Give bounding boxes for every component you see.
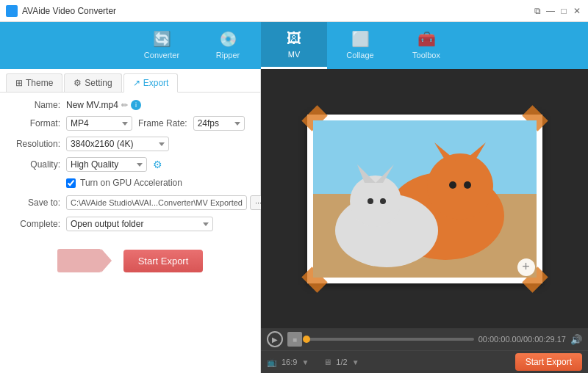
framerate-label: Frame Rate: (138, 118, 187, 128)
format-row: Format: MP4 MKV AVI MOV Frame Rate: 24fp… (9, 116, 251, 131)
minimize-btn[interactable]: — (545, 6, 556, 16)
nav-bar: 🔄 Converter 💿 Ripper 🖼 MV ⬜ Collage 🧰 To… (0, 22, 588, 69)
name-row: Name: New MV.mp4 ✏ i (9, 100, 251, 110)
saveto-row: Save to: C:\AVAide Studio\AVAI...Convert… (9, 194, 251, 211)
resolution-row: Resolution: 3840x2160 (4K) 1920x1080 (FH… (9, 137, 251, 151)
restore-btn[interactable]: ⧉ (532, 6, 542, 16)
info-icon[interactable]: i (131, 100, 141, 110)
svg-point-13 (380, 198, 386, 204)
screen-label: 1/2 (336, 358, 347, 366)
nav-toolbox[interactable]: 🧰 Toolbox (393, 22, 459, 69)
monitor-icon: 🖥 (323, 358, 331, 366)
app-icon (6, 5, 18, 17)
volume-icon[interactable]: 🔊 (570, 334, 582, 345)
tab-theme[interactable]: ⊞ Theme (6, 73, 62, 92)
ripper-icon: 💿 (219, 30, 237, 48)
preview-image (313, 120, 537, 278)
quality-label: Quality: (9, 159, 60, 170)
window-controls[interactable]: ⧉ — □ ✕ (532, 6, 582, 16)
nav-converter[interactable]: 🔄 Converter (129, 22, 195, 69)
progress-bar[interactable] (306, 338, 474, 341)
saveto-controls: C:\AVAide Studio\AVAI...Converter\MV Exp… (66, 194, 292, 211)
quality-select[interactable]: High Quality Normal Low Quality (66, 157, 147, 172)
video-preview: + (261, 69, 588, 328)
time-display: 00:00:00.00/00:00:29.17 (478, 335, 566, 344)
nav-toolbox-label: Toolbox (412, 51, 440, 59)
collage-icon: ⬜ (351, 30, 370, 48)
complete-label: Complete: (9, 219, 60, 229)
maximize-btn[interactable]: □ (559, 6, 569, 16)
progress-dot (303, 336, 310, 343)
complete-select[interactable]: Open output folder Do nothing Shut down (66, 217, 213, 231)
left-panel: ⊞ Theme ⚙ Setting ↗ Export Name: New MV.… (0, 69, 261, 373)
preview-svg (313, 120, 537, 278)
edit-name-icon[interactable]: ✏ (121, 101, 128, 110)
name-label: Name: (9, 100, 60, 110)
start-export-right-button[interactable]: Start Export (515, 353, 582, 371)
ratio-label: 16:9 (282, 358, 297, 366)
export-tab-icon: ↗ (133, 78, 140, 88)
name-value: New MV.mp4 (66, 100, 118, 110)
nav-mv[interactable]: 🖼 MV (261, 22, 327, 69)
nav-converter-label: Converter (144, 51, 179, 59)
start-export-area: Start Export (9, 237, 251, 278)
playback-bar: ▶ ■ 00:00:00.00/00:00:29.17 🔊 (261, 328, 588, 350)
stop-button[interactable]: ■ (287, 332, 302, 347)
mv-icon: 🖼 (287, 30, 301, 47)
tab-export[interactable]: ↗ Export (123, 73, 179, 93)
nav-ripper[interactable]: 💿 Ripper (195, 22, 261, 69)
saveto-label: Save to: (9, 198, 60, 208)
gpu-label: Turn on GPU Acceleration (80, 178, 182, 188)
toolbox-icon: 🧰 (417, 30, 436, 48)
play-button[interactable]: ▶ (267, 331, 283, 347)
nav-collage[interactable]: ⬜ Collage (327, 22, 393, 69)
saveto-path: C:\AVAide Studio\AVAI...Converter\MV Exp… (66, 195, 247, 210)
format-label: Format: (9, 118, 60, 128)
title-bar: AVAide Video Converter ⧉ — □ ✕ (0, 0, 588, 22)
svg-point-9 (350, 175, 401, 227)
photo-frame: + (307, 115, 542, 283)
export-tab-label: Export (143, 78, 169, 88)
svg-point-3 (427, 153, 493, 220)
complete-row: Complete: Open output folder Do nothing … (9, 217, 251, 231)
resolution-select[interactable]: 3840x2160 (4K) 1920x1080 (FHD) 1280x720 … (66, 137, 169, 151)
tab-bar: ⊞ Theme ⚙ Setting ↗ Export (0, 69, 260, 93)
framerate-select[interactable]: 24fps 30fps 60fps (193, 116, 245, 131)
svg-point-12 (368, 198, 373, 204)
theme-tab-label: Theme (26, 78, 53, 88)
resolution-label: Resolution: (9, 139, 60, 149)
nav-ripper-label: Ripper (216, 51, 240, 59)
quality-gear-icon[interactable]: ⚙ (153, 159, 162, 170)
add-overlay-btn[interactable]: + (517, 258, 535, 276)
right-panel: + ▶ ■ 00:00:00.00/00:00:29.17 🔊 📺 16:9 ▼… (261, 69, 588, 373)
settings-form: Name: New MV.mp4 ✏ i Format: MP4 MKV AVI… (0, 93, 260, 373)
screen-arrow[interactable]: ▼ (352, 358, 359, 366)
nav-collage-label: Collage (346, 51, 373, 59)
close-btn[interactable]: ✕ (572, 6, 582, 16)
main-layout: ⊞ Theme ⚙ Setting ↗ Export Name: New MV.… (0, 69, 588, 373)
theme-tab-icon: ⊞ (15, 78, 23, 88)
svg-point-6 (449, 181, 456, 189)
screen-icon: 📺 (267, 358, 277, 367)
tab-setting[interactable]: ⚙ Setting (64, 73, 121, 92)
current-time: 00:00:00.00 (478, 335, 521, 344)
start-export-button[interactable]: Start Export (123, 250, 204, 272)
converter-icon: 🔄 (153, 30, 171, 48)
format-select[interactable]: MP4 MKV AVI MOV (66, 116, 132, 131)
svg-point-7 (464, 181, 471, 189)
app-title: AVAide Video Converter (22, 6, 532, 16)
nav-mv-label: MV (288, 50, 301, 59)
setting-tab-label: Setting (85, 78, 112, 88)
setting-tab-icon: ⚙ (74, 78, 82, 88)
gpu-row: Turn on GPU Acceleration (9, 178, 251, 188)
gpu-checkbox[interactable] (66, 178, 76, 188)
total-time: 00:00:29.17 (523, 335, 566, 344)
playback-bar2: 📺 16:9 ▼ 🖥 1/2 ▼ Start Export (261, 350, 588, 373)
quality-row: Quality: High Quality Normal Low Quality… (9, 157, 251, 172)
ratio-arrow[interactable]: ▼ (301, 358, 309, 366)
name-value-wrap: New MV.mp4 ✏ i (66, 100, 141, 110)
